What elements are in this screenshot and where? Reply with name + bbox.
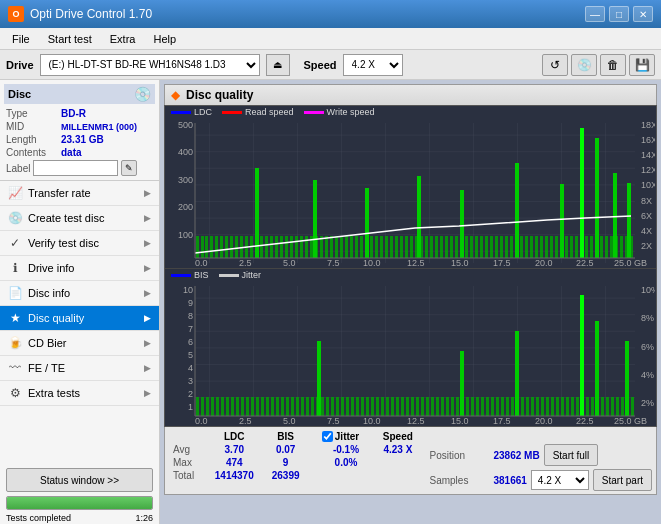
- sidebar-item-disc-quality[interactable]: ★ Disc quality ▶: [0, 306, 159, 331]
- svg-rect-217: [491, 397, 494, 416]
- svg-rect-65: [375, 236, 378, 258]
- svg-rect-66: [380, 236, 383, 258]
- svg-text:0.0: 0.0: [195, 258, 208, 268]
- svg-rect-61: [355, 236, 358, 258]
- sidebar-item-fe-te[interactable]: 〰 FE / TE ▶: [0, 356, 159, 381]
- sidebar-item-label: Create test disc: [28, 212, 104, 224]
- content-title: Disc quality: [186, 88, 253, 102]
- sidebar-item-transfer-rate[interactable]: 📈 Transfer rate ▶: [0, 181, 159, 206]
- jitter-checkbox[interactable]: [322, 431, 333, 442]
- stats-avg-speed: 4.23 X: [374, 443, 421, 456]
- svg-text:10X: 10X: [641, 180, 655, 190]
- status-window-button[interactable]: Status window >>: [6, 468, 153, 492]
- disc-label-label: Label: [6, 163, 30, 174]
- save-icon[interactable]: 💾: [629, 54, 655, 76]
- disc-contents-value: data: [61, 147, 82, 158]
- svg-rect-79: [445, 236, 448, 258]
- drive-select[interactable]: (E:) HL-DT-ST BD-RE WH16NS48 1.D3: [40, 54, 260, 76]
- svg-text:4: 4: [188, 363, 193, 373]
- svg-rect-202: [416, 397, 419, 416]
- refresh-icon[interactable]: ↺: [542, 54, 568, 76]
- svg-rect-44: [270, 236, 273, 258]
- svg-text:7.5: 7.5: [327, 416, 340, 426]
- svg-text:2: 2: [188, 389, 193, 399]
- svg-rect-166: [236, 397, 239, 416]
- svg-rect-225: [531, 397, 534, 416]
- maximize-button[interactable]: □: [609, 6, 629, 22]
- svg-rect-48: [290, 236, 293, 258]
- svg-rect-107: [585, 236, 588, 258]
- svg-text:8%: 8%: [641, 313, 654, 323]
- svg-rect-192: [366, 397, 369, 416]
- svg-rect-234: [576, 397, 579, 416]
- start-full-button[interactable]: Start full: [544, 444, 599, 466]
- svg-rect-232: [566, 397, 569, 416]
- bottom-chart-svg: 10 9 8 7 6 5 4 3 2 1 10% 8% 6% 4% 2%: [165, 281, 655, 426]
- disc-contents-label: Contents: [6, 147, 61, 158]
- svg-rect-64: [370, 236, 373, 258]
- status-time: 1:26: [135, 513, 153, 523]
- erase-icon[interactable]: 🗑: [600, 54, 626, 76]
- jitter-label[interactable]: Jitter: [322, 431, 370, 442]
- progress-bar-container: [6, 496, 153, 510]
- eject-button[interactable]: ⏏: [266, 54, 290, 76]
- drive-bar: Drive (E:) HL-DT-ST BD-RE WH16NS48 1.D3 …: [0, 50, 661, 80]
- minimize-button[interactable]: —: [585, 6, 605, 22]
- sidebar-item-extra-tests[interactable]: ⚙ Extra tests ▶: [0, 381, 159, 406]
- sidebar-item-label: FE / TE: [28, 362, 65, 374]
- svg-text:14X: 14X: [641, 150, 655, 160]
- sidebar-item-verify-test-disc[interactable]: ✓ Verify test disc ▶: [0, 231, 159, 256]
- disc-icon[interactable]: 💿: [571, 54, 597, 76]
- svg-rect-88: [490, 236, 493, 258]
- menu-start-test[interactable]: Start test: [40, 31, 100, 47]
- svg-rect-97: [535, 236, 538, 258]
- svg-text:5.0: 5.0: [283, 416, 296, 426]
- svg-rect-163: [221, 397, 224, 416]
- sidebar-item-drive-info[interactable]: ℹ Drive info ▶: [0, 256, 159, 281]
- svg-rect-221: [511, 397, 514, 416]
- speed-select[interactable]: 4.2 X: [343, 54, 403, 76]
- svg-rect-122: [515, 163, 519, 258]
- ldc-legend-item: LDC: [171, 107, 212, 117]
- speed-dropdown[interactable]: 4.2 X: [531, 470, 589, 490]
- menu-file[interactable]: File: [4, 31, 38, 47]
- svg-rect-188: [346, 397, 349, 416]
- svg-rect-100: [550, 236, 553, 258]
- svg-text:300: 300: [178, 175, 193, 185]
- menu-extra[interactable]: Extra: [102, 31, 144, 47]
- svg-rect-96: [530, 236, 533, 258]
- disc-label-edit-button[interactable]: ✎: [121, 160, 137, 176]
- svg-rect-104: [570, 236, 573, 258]
- svg-rect-49: [295, 236, 298, 258]
- svg-text:5.0: 5.0: [283, 258, 296, 268]
- svg-text:8: 8: [188, 311, 193, 321]
- close-button[interactable]: ✕: [633, 6, 653, 22]
- menu-help[interactable]: Help: [145, 31, 184, 47]
- svg-rect-230: [556, 397, 559, 416]
- sidebar-item-label: Disc info: [28, 287, 70, 299]
- svg-rect-201: [411, 397, 414, 416]
- svg-rect-248: [515, 331, 519, 416]
- read-speed-legend-item: Read speed: [222, 107, 294, 117]
- svg-rect-236: [586, 397, 589, 416]
- svg-rect-35: [225, 236, 228, 258]
- disc-panel-header: Disc 💿: [4, 84, 155, 104]
- disc-label-input[interactable]: [33, 160, 118, 176]
- svg-rect-223: [521, 397, 524, 416]
- svg-rect-190: [356, 397, 359, 416]
- start-part-button[interactable]: Start part: [593, 469, 652, 491]
- svg-rect-218: [496, 397, 499, 416]
- sidebar-item-cd-bier[interactable]: 🍺 CD Bier ▶: [0, 331, 159, 356]
- jitter-legend-text: Jitter: [242, 270, 262, 280]
- svg-rect-216: [486, 397, 489, 416]
- svg-rect-205: [431, 397, 434, 416]
- svg-text:8X: 8X: [641, 196, 652, 206]
- svg-rect-29: [196, 236, 199, 258]
- svg-text:20.0: 20.0: [535, 416, 553, 426]
- sidebar-item-disc-info[interactable]: 📄 Disc info ▶: [0, 281, 159, 306]
- sidebar-item-label: Transfer rate: [28, 187, 91, 199]
- samples-value: 381661: [493, 475, 526, 486]
- svg-rect-191: [361, 397, 364, 416]
- sidebar-item-create-test-disc[interactable]: 💿 Create test disc ▶: [0, 206, 159, 231]
- nav-arrow: ▶: [144, 238, 151, 248]
